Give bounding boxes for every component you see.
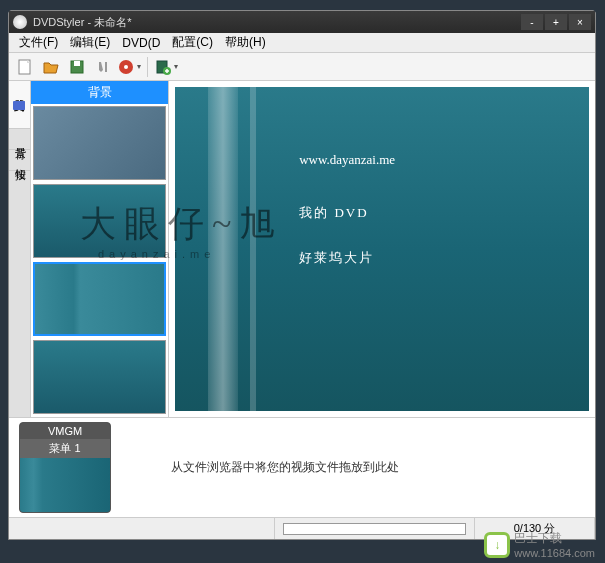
side-tabs: 文件浏览器 背景 按钮 [9,81,31,417]
background-list[interactable] [31,104,168,417]
tab-button[interactable]: 按钮 [9,150,30,171]
preview-text-title[interactable]: 我的 DVD [299,204,368,222]
menu-file[interactable]: 文件(F) [13,32,64,53]
background-thumb[interactable] [33,340,166,414]
folder-icon [12,98,28,114]
timeline-panel: VMGM 菜单 1 从文件浏览器中将您的视频文件拖放到此处 [9,417,595,517]
site-url: www.11684.com [514,547,595,559]
menu-config[interactable]: 配置(C) [166,32,219,53]
menu-edit[interactable]: 编辑(E) [64,32,116,53]
tab-file-browser[interactable]: 文件浏览器 [9,81,30,129]
browser-panel: 背景 [31,81,169,417]
download-icon [484,532,510,558]
menu-dvd[interactable]: DVD(D [116,34,166,52]
status-spacer [9,518,275,539]
site-name: 巴士下载 [514,530,595,547]
menubar: 文件(F) 编辑(E) DVD(D 配置(C) 帮助(H) [9,33,595,53]
svg-point-4 [124,65,128,69]
close-button[interactable]: × [569,14,591,30]
svg-rect-7 [13,101,25,110]
vmgm-header: VMGM [20,423,110,439]
maximize-button[interactable]: + [545,14,567,30]
site-badge: 巴士下载 www.11684.com [484,530,595,559]
burn-button[interactable]: ▾ [117,55,141,79]
doc-name: 未命名* [94,16,131,28]
background-thumb[interactable] [33,262,166,336]
preview-text-subtitle[interactable]: 好莱坞大片 [299,249,374,267]
vmgm-thumbnail [20,458,110,512]
tab-background[interactable]: 背景 [9,129,30,150]
main-area: 文件浏览器 背景 按钮 背景 www.dayanzai.me 我的 DVD 好莱… [9,81,595,417]
menu-help[interactable]: 帮助(H) [219,32,272,53]
browser-header: 背景 [31,81,168,104]
background-thumb[interactable] [33,184,166,258]
open-button[interactable] [39,55,63,79]
app-name: DVDStyler [33,16,84,28]
toolbar: ▾ ▾ [9,53,595,81]
preview-text-url[interactable]: www.dayanzai.me [299,152,395,168]
add-button[interactable]: ▾ [154,55,178,79]
app-icon [13,15,27,29]
dropdown-arrow-icon: ▾ [137,62,141,71]
app-window: DVDStyler - 未命名* - + × 文件(F) 编辑(E) DVD(D… [8,10,596,540]
vmgm-label: 菜单 1 [20,439,110,458]
settings-button[interactable] [91,55,115,79]
progress-bar [283,523,466,535]
save-button[interactable] [65,55,89,79]
new-button[interactable] [13,55,37,79]
svg-rect-2 [74,61,80,66]
disc-usage-progress [275,518,475,539]
drop-hint-text: 从文件浏览器中将您的视频文件拖放到此处 [171,459,399,476]
titlebar[interactable]: DVDStyler - 未命名* - + × [9,11,595,33]
background-thumb[interactable] [33,106,166,180]
vmgm-menu-item[interactable]: VMGM 菜单 1 [19,422,111,513]
dropdown-arrow-icon: ▾ [174,62,178,71]
minimize-button[interactable]: - [521,14,543,30]
preview-area: www.dayanzai.me 我的 DVD 好莱坞大片 [169,81,595,417]
dvd-menu-preview[interactable]: www.dayanzai.me 我的 DVD 好莱坞大片 [175,87,589,411]
window-title: DVDStyler - 未命名* [33,15,519,30]
toolbar-separator [147,57,148,77]
